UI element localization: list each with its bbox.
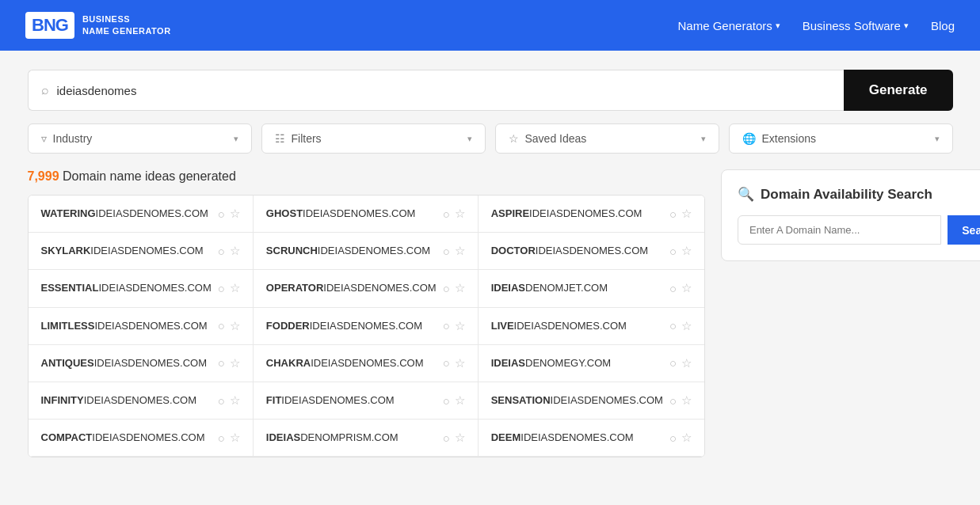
domain-grid: WATERINGIDEIASDENOMES.COM○☆GHOSTIDEIASDE… <box>28 195 705 458</box>
filters-filter[interactable]: ☷ Filters ▾ <box>261 123 486 154</box>
domain-name: LIVEIDEIASDENOMES.COM <box>491 319 627 333</box>
domain-item: FODDERIDEIASDENOMES.COM○☆ <box>254 308 479 345</box>
add-to-cart-icon[interactable]: ○ <box>443 356 450 370</box>
domain-item: IDEIASDENOMJET.COM○☆ <box>479 270 704 307</box>
save-idea-icon[interactable]: ☆ <box>455 356 465 370</box>
add-to-cart-icon[interactable]: ○ <box>218 282 225 295</box>
nav-name-generators[interactable]: Name Generators ▾ <box>678 19 780 32</box>
save-idea-icon[interactable]: ☆ <box>230 356 240 370</box>
add-to-cart-icon[interactable]: ○ <box>669 245 677 258</box>
add-to-cart-icon[interactable]: ○ <box>218 207 225 221</box>
extensions-filter[interactable]: 🌐 Extensions ▾ <box>729 123 953 154</box>
add-to-cart-icon[interactable]: ○ <box>443 245 450 258</box>
save-idea-icon[interactable]: ☆ <box>230 319 240 333</box>
add-to-cart-icon[interactable]: ○ <box>218 356 225 370</box>
domain-name: CHAKRAIDEIASDENOMES.COM <box>266 356 424 370</box>
save-idea-icon[interactable]: ☆ <box>230 207 240 221</box>
logo-text: BUSINESS NAME GENERATOR <box>82 13 171 38</box>
domain-name: IDEIASDENOMJET.COM <box>491 281 608 295</box>
results-count: 7,999 Domain name ideas generated <box>28 169 705 184</box>
domain-search-input[interactable] <box>738 215 941 245</box>
save-idea-icon[interactable]: ☆ <box>681 319 692 333</box>
save-idea-icon[interactable]: ☆ <box>230 393 240 408</box>
domain-item: IDEIASDENOMEGY.COM○☆ <box>479 345 704 382</box>
domain-item: ASPIREIDEIASDENOMES.COM○☆ <box>479 196 704 233</box>
domain-name: SKYLARKIDEIASDENOMES.COM <box>41 244 204 258</box>
search-input-wrapper: ⌕ <box>28 70 844 111</box>
domain-name: DOCTORIDEIASDENOMES.COM <box>491 244 648 258</box>
domain-item: IDEIASDENOMPRISM.COM○☆ <box>254 420 479 457</box>
domain-name: INFINITYIDEIASDENOMES.COM <box>41 393 196 408</box>
save-idea-icon[interactable]: ☆ <box>455 393 465 408</box>
nav-business-software[interactable]: Business Software ▾ <box>803 19 909 32</box>
logo-area: BNG BUSINESS NAME GENERATOR <box>25 12 171 39</box>
add-to-cart-icon[interactable]: ○ <box>669 431 677 445</box>
sidebar-column: 🔍 Domain Availability Search Search <box>721 169 980 458</box>
count-number: 7,999 <box>28 169 59 183</box>
domain-name: DEEMIDEIASDENOMES.COM <box>491 431 634 445</box>
sliders-icon: ☷ <box>275 132 285 145</box>
search-input[interactable] <box>57 84 831 97</box>
save-idea-icon[interactable]: ☆ <box>455 244 465 258</box>
saved-ideas-filter[interactable]: ☆ Saved Ideas ▾ <box>495 123 719 154</box>
add-to-cart-icon[interactable]: ○ <box>669 282 677 295</box>
save-idea-icon[interactable]: ☆ <box>455 431 465 445</box>
domain-name: LIMITLESSIDEIASDENOMES.COM <box>41 319 208 333</box>
save-idea-icon[interactable]: ☆ <box>681 207 692 221</box>
industry-filter[interactable]: ▿ Industry ▾ <box>28 123 252 154</box>
save-idea-icon[interactable]: ☆ <box>455 281 465 295</box>
add-to-cart-icon[interactable]: ○ <box>669 356 677 370</box>
domain-name: IDEIASDENOMPRISM.COM <box>266 431 398 445</box>
globe-icon: 🌐 <box>742 132 756 145</box>
save-idea-icon[interactable]: ☆ <box>455 207 465 221</box>
header: BNG BUSINESS NAME GENERATOR Name Generat… <box>0 0 980 51</box>
domain-name: ASPIREIDEIASDENOMES.COM <box>491 207 643 221</box>
save-idea-icon[interactable]: ☆ <box>230 281 240 295</box>
search-icon: 🔍 <box>738 186 754 203</box>
chevron-down-icon: ▾ <box>467 134 472 144</box>
add-to-cart-icon[interactable]: ○ <box>443 207 450 221</box>
chevron-down-icon: ▾ <box>701 134 706 144</box>
domain-item: SENSATIONIDEIASDENOMES.COM○☆ <box>479 382 704 420</box>
domain-search-row: Search <box>738 215 980 245</box>
domain-item: OPERATORIDEIASDENOMES.COM○☆ <box>254 270 479 307</box>
add-to-cart-icon[interactable]: ○ <box>218 245 225 258</box>
add-to-cart-icon[interactable]: ○ <box>669 207 677 221</box>
add-to-cart-icon[interactable]: ○ <box>669 394 677 408</box>
add-to-cart-icon[interactable]: ○ <box>443 319 450 332</box>
domain-item: FITIDEIASDENOMES.COM○☆ <box>254 382 479 420</box>
add-to-cart-icon[interactable]: ○ <box>218 319 225 332</box>
domain-item: SKYLARKIDEIASDENOMES.COM○☆ <box>29 233 254 270</box>
add-to-cart-icon[interactable]: ○ <box>218 431 225 445</box>
save-idea-icon[interactable]: ☆ <box>681 281 692 295</box>
save-idea-icon[interactable]: ☆ <box>230 431 240 445</box>
domain-search-button[interactable]: Search <box>948 215 980 245</box>
save-idea-icon[interactable]: ☆ <box>455 319 465 333</box>
domain-name: SENSATIONIDEIASDENOMES.COM <box>491 393 663 408</box>
chevron-down-icon: ▾ <box>776 21 780 31</box>
chevron-down-icon: ▾ <box>904 21 909 31</box>
chevron-down-icon: ▾ <box>935 134 940 144</box>
save-idea-icon[interactable]: ☆ <box>230 244 240 258</box>
domain-item: DEEMIDEIASDENOMES.COM○☆ <box>479 420 704 457</box>
add-to-cart-icon[interactable]: ○ <box>443 282 450 295</box>
domain-item: CHAKRAIDEIASDENOMES.COM○☆ <box>254 345 479 382</box>
save-idea-icon[interactable]: ☆ <box>681 356 692 370</box>
add-to-cart-icon[interactable]: ○ <box>443 431 450 445</box>
add-to-cart-icon[interactable]: ○ <box>443 394 450 408</box>
save-idea-icon[interactable]: ☆ <box>681 244 692 258</box>
add-to-cart-icon[interactable]: ○ <box>218 394 225 408</box>
nav-blog[interactable]: Blog <box>931 19 955 32</box>
generate-button[interactable]: Generate <box>844 70 953 111</box>
add-to-cart-icon[interactable]: ○ <box>669 319 677 332</box>
two-column-layout: 7,999 Domain name ideas generated WATERI… <box>28 169 953 458</box>
main-content: ⌕ Generate ▿ Industry ▾ ☷ Filters ▾ ☆ Sa… <box>15 51 966 458</box>
domain-item: LIMITLESSIDEIASDENOMES.COM○☆ <box>29 308 254 345</box>
results-column: 7,999 Domain name ideas generated WATERI… <box>28 169 705 458</box>
domain-availability-search: 🔍 Domain Availability Search Search <box>721 169 980 261</box>
search-icon: ⌕ <box>41 83 49 97</box>
domain-name: ANTIQUESIDEIASDENOMES.COM <box>41 356 207 370</box>
save-idea-icon[interactable]: ☆ <box>681 393 692 408</box>
save-idea-icon[interactable]: ☆ <box>681 431 692 445</box>
domain-item: ESSENTIALIDEIASDENOMES.COM○☆ <box>29 270 254 307</box>
